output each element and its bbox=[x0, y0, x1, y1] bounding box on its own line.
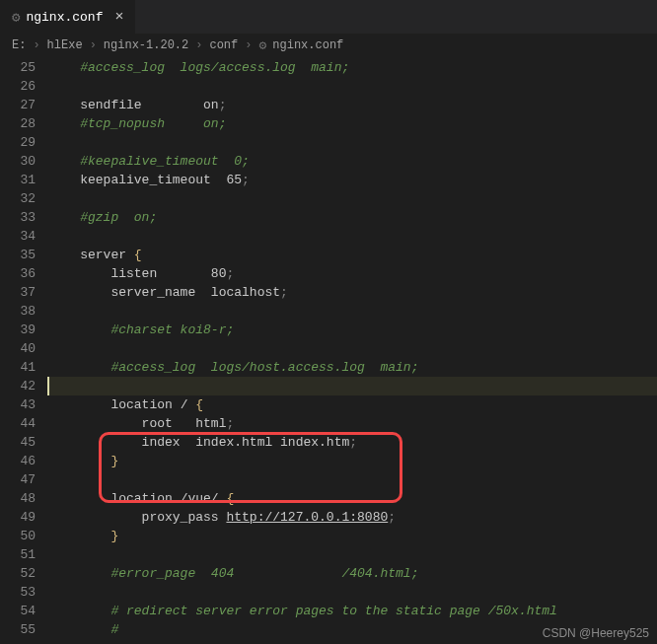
line-number: 55 bbox=[0, 620, 36, 639]
code-line[interactable] bbox=[49, 339, 657, 358]
close-icon[interactable]: × bbox=[114, 9, 123, 26]
code-content[interactable]: #access_log logs/access.log main; sendfi… bbox=[49, 56, 657, 644]
line-number: 37 bbox=[0, 283, 36, 302]
code-line[interactable]: server { bbox=[49, 246, 657, 264]
code-line[interactable]: #tcp_nopush on; bbox=[49, 114, 657, 133]
breadcrumb-part[interactable]: conf bbox=[209, 38, 238, 52]
line-number: 26 bbox=[0, 77, 36, 96]
gear-icon: ⚙ bbox=[12, 9, 20, 26]
line-number: 25 bbox=[0, 58, 36, 77]
line-number: 50 bbox=[0, 527, 36, 545]
line-number: 48 bbox=[0, 489, 36, 508]
line-number: 27 bbox=[0, 96, 36, 114]
code-line-current[interactable] bbox=[49, 377, 657, 395]
code-line[interactable] bbox=[49, 470, 657, 489]
line-number: 28 bbox=[0, 114, 36, 133]
line-number: 33 bbox=[0, 208, 36, 227]
code-line[interactable]: server_name localhost; bbox=[49, 283, 657, 302]
line-number-gutter: 25 26 27 28 29 30 31 32 33 34 35 36 37 3… bbox=[0, 56, 49, 644]
cursor-icon bbox=[47, 377, 49, 395]
breadcrumb-part[interactable]: nginx.conf bbox=[272, 38, 343, 52]
line-number: 45 bbox=[0, 433, 36, 452]
code-line[interactable]: location / { bbox=[49, 395, 657, 414]
chevron-right-icon: › bbox=[195, 38, 202, 52]
code-line[interactable]: # redirect server error pages to the sta… bbox=[49, 602, 657, 620]
code-line[interactable] bbox=[49, 583, 657, 602]
chevron-right-icon: › bbox=[90, 38, 97, 52]
code-line[interactable]: sendfile on; bbox=[49, 96, 657, 114]
gear-icon: ⚙ bbox=[258, 37, 266, 53]
line-number: 30 bbox=[0, 152, 36, 171]
line-number: 54 bbox=[0, 602, 36, 620]
code-line[interactable]: #gzip on; bbox=[49, 208, 657, 227]
chevron-right-icon: › bbox=[33, 38, 39, 52]
line-number: 32 bbox=[0, 189, 36, 208]
code-line[interactable]: proxy_pass http://127.0.0.1:8080; bbox=[49, 508, 657, 527]
code-line[interactable]: location /vue/ { bbox=[49, 489, 657, 508]
breadcrumb-part[interactable]: hlExe bbox=[47, 38, 83, 52]
code-line[interactable]: #keepalive_timeout 0; bbox=[49, 152, 657, 171]
line-number: 34 bbox=[0, 227, 36, 246]
line-number: 47 bbox=[0, 470, 36, 489]
code-line[interactable]: #access_log logs/access.log main; bbox=[49, 58, 657, 77]
code-line[interactable] bbox=[49, 545, 657, 564]
code-line[interactable]: listen 80; bbox=[49, 264, 657, 283]
tab-nginx-conf[interactable]: ⚙ nginx.conf × bbox=[0, 0, 135, 35]
chevron-right-icon: › bbox=[245, 38, 252, 52]
code-line[interactable]: #access_log logs/host.access.log main; bbox=[49, 358, 657, 377]
breadcrumb-part[interactable]: nginx-1.20.2 bbox=[104, 38, 188, 52]
line-number: 36 bbox=[0, 264, 36, 283]
tab-title: nginx.conf bbox=[26, 10, 103, 25]
code-line[interactable]: index index.html index.htm; bbox=[49, 433, 657, 452]
code-line[interactable] bbox=[49, 302, 657, 321]
line-number: 53 bbox=[0, 583, 36, 602]
line-number: 35 bbox=[0, 246, 36, 264]
code-line[interactable] bbox=[49, 133, 657, 152]
code-line[interactable]: root html; bbox=[49, 414, 657, 433]
line-number: 44 bbox=[0, 414, 36, 433]
line-number: 52 bbox=[0, 564, 36, 583]
line-number: 42 bbox=[0, 377, 36, 395]
code-line[interactable] bbox=[49, 189, 657, 208]
code-editor[interactable]: 25 26 27 28 29 30 31 32 33 34 35 36 37 3… bbox=[0, 56, 657, 644]
code-line[interactable]: } bbox=[49, 452, 657, 470]
breadcrumb[interactable]: E: › hlExe › nginx-1.20.2 › conf › ⚙ ngi… bbox=[0, 35, 657, 56]
line-number: 46 bbox=[0, 452, 36, 470]
line-number: 43 bbox=[0, 395, 36, 414]
line-number: 39 bbox=[0, 321, 36, 339]
line-number: 41 bbox=[0, 358, 36, 377]
code-line[interactable]: keepalive_timeout 65; bbox=[49, 171, 657, 189]
watermark: CSDN @Heerey525 bbox=[543, 626, 649, 640]
line-number: 31 bbox=[0, 171, 36, 189]
line-number: 29 bbox=[0, 133, 36, 152]
line-number: 51 bbox=[0, 545, 36, 564]
line-number: 38 bbox=[0, 302, 36, 321]
line-number: 40 bbox=[0, 339, 36, 358]
code-line[interactable] bbox=[49, 227, 657, 246]
tab-bar: ⚙ nginx.conf × bbox=[0, 0, 657, 35]
code-line[interactable]: #error_page 404 /404.html; bbox=[49, 564, 657, 583]
code-line[interactable]: #charset koi8-r; bbox=[49, 321, 657, 339]
code-line[interactable]: } bbox=[49, 527, 657, 545]
code-line[interactable] bbox=[49, 77, 657, 96]
breadcrumb-part[interactable]: E: bbox=[12, 38, 26, 52]
line-number: 49 bbox=[0, 508, 36, 527]
